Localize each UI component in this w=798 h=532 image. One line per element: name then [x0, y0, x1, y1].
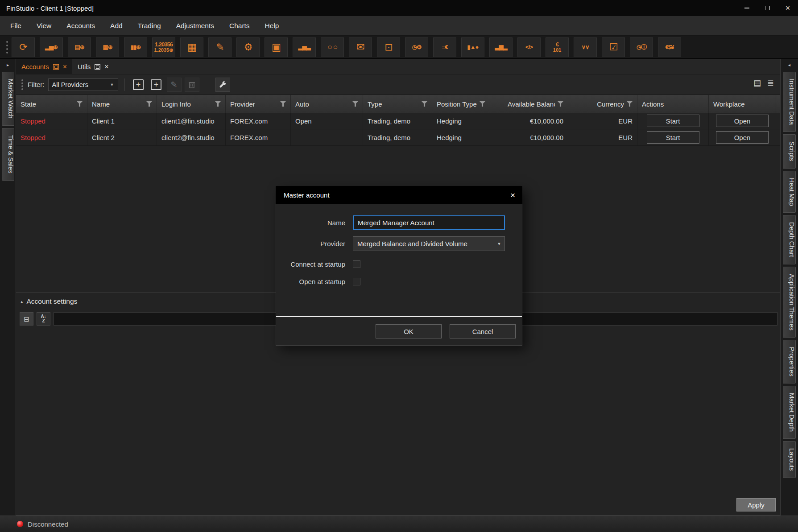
start-button[interactable]: Start — [647, 131, 699, 144]
column-header-login-info[interactable]: Login Info — [157, 95, 226, 113]
window-layout-icon[interactable]: ▣ — [265, 37, 288, 57]
maximize-button[interactable] — [757, 0, 777, 16]
column-header-actions[interactable]: Actions — [637, 95, 709, 113]
dock-tab-application-themes[interactable]: Application Themes — [783, 267, 796, 338]
account-row[interactable]: StoppedClient 1client1@fin.studioFOREX.c… — [16, 113, 780, 129]
ok-button[interactable]: OK — [376, 324, 442, 338]
dialog-title-bar[interactable]: Master account × — [276, 186, 522, 204]
toolbar-grip-handle[interactable] — [21, 79, 23, 90]
code-editor-icon[interactable]: </> — [517, 37, 541, 57]
dock-tab-heat-map[interactable]: Heat Map — [783, 171, 796, 213]
minimize-button[interactable] — [736, 0, 757, 16]
dock-tab-layouts[interactable]: Layouts — [783, 441, 796, 478]
filter-funnel-icon[interactable] — [215, 101, 221, 107]
account-row[interactable]: StoppedClient 2client2@fin.studioFOREX.c… — [16, 129, 780, 146]
social-accounts-icon[interactable]: ☺☺ — [321, 37, 344, 57]
account-tools-button[interactable] — [215, 78, 230, 92]
menu-item-view[interactable]: View — [29, 16, 59, 36]
cancel-button[interactable]: Cancel — [450, 324, 516, 338]
categorize-view-button[interactable]: ⊟ — [20, 312, 33, 326]
tab-utils[interactable]: Utils × — [72, 59, 114, 74]
right-rail-expand-icon[interactable]: ◂ — [788, 62, 790, 67]
candlestick-chart-icon[interactable]: ▂▅▃ — [293, 37, 316, 57]
add-chart-icon[interactable]: ▂▅⊕ — [40, 37, 63, 57]
connect-at-startup-checkbox[interactable] — [353, 260, 360, 268]
open-workplace-button[interactable]: Open — [716, 131, 769, 144]
float-window-icon[interactable] — [95, 64, 100, 70]
column-header-state[interactable]: State — [16, 95, 87, 113]
add-columns-icon[interactable]: ▮▮⊕ — [124, 37, 147, 57]
group-panel-icon[interactable]: ≣ — [767, 78, 774, 88]
filter-funnel-icon[interactable] — [146, 101, 152, 107]
dock-tab-market-watch[interactable]: Market Watch — [2, 72, 14, 126]
dock-tab-scripts[interactable]: Scripts — [783, 134, 796, 168]
order-note-icon[interactable]: ✎ — [208, 37, 232, 57]
filter-funnel-icon[interactable] — [480, 101, 485, 107]
timer-info-icon[interactable]: ◷ⓘ — [630, 37, 653, 57]
menu-item-help[interactable]: Help — [257, 16, 287, 36]
table-grid-icon[interactable]: ▦ — [180, 37, 203, 57]
left-rail-expand-icon[interactable]: ▸ — [7, 62, 9, 67]
sort-az-button[interactable]: A↓ Z — [37, 312, 50, 326]
edit-account-button[interactable]: ✎ — [167, 78, 182, 92]
filter-funnel-icon[interactable] — [627, 101, 633, 107]
provider-dropdown[interactable]: Merged Balance and Divided Volume ▼ — [353, 236, 505, 251]
column-header-currency[interactable]: Currency — [568, 95, 637, 113]
scheduler-clock-icon[interactable]: ◷⚙ — [405, 37, 428, 57]
add-panel-icon[interactable]: ▤⊕ — [68, 37, 91, 57]
column-header-name[interactable]: Name — [87, 95, 157, 113]
filter-funnel-icon[interactable] — [77, 101, 83, 107]
dock-tab-instrument-data[interactable]: Instrument Data — [783, 72, 796, 132]
filter-funnel-icon[interactable] — [422, 101, 427, 107]
column-header-provider[interactable]: Provider — [226, 95, 291, 113]
tab-close-icon[interactable]: × — [104, 63, 108, 70]
apply-button[interactable]: Apply — [736, 498, 776, 511]
filter-funnel-icon[interactable] — [558, 101, 563, 107]
menu-item-adjustments[interactable]: Adjustments — [169, 16, 222, 36]
dock-tab-time-sales[interactable]: Time & Sales — [2, 128, 14, 181]
open-workplace-button[interactable]: Open — [716, 115, 769, 127]
tab-accounts[interactable]: Accounts × — [16, 59, 72, 74]
add-master-account-button[interactable]: + — [149, 78, 164, 92]
menu-item-trading[interactable]: Trading — [130, 16, 169, 36]
dock-tab-properties[interactable]: Properties — [783, 340, 796, 384]
dialog-close-icon[interactable]: × — [510, 191, 515, 199]
column-header-workplace[interactable]: Workplace — [709, 95, 776, 113]
tab-close-icon[interactable]: × — [63, 63, 67, 70]
menu-item-charts[interactable]: Charts — [222, 16, 257, 36]
market-candles-icon[interactable]: ▃▆▂ — [489, 37, 513, 57]
filter-funnel-icon[interactable] — [352, 101, 358, 107]
column-header-position-type[interactable]: Position Type — [432, 95, 490, 113]
name-field[interactable] — [353, 215, 505, 230]
dock-tab-depth-chart[interactable]: Depth Chart — [783, 215, 796, 264]
start-button[interactable]: Start — [647, 115, 699, 127]
dock-tab-market-depth[interactable]: Market Depth — [783, 386, 796, 439]
float-window-icon[interactable] — [53, 64, 59, 70]
column-header-type[interactable]: Type — [363, 95, 432, 113]
user-sync-icon[interactable]: ⟳ — [12, 37, 35, 57]
toolbar-grip-handle[interactable] — [6, 41, 8, 54]
add-account-button[interactable]: + — [131, 78, 146, 92]
menu-item-add[interactable]: Add — [103, 16, 130, 36]
filter-funnel-icon[interactable] — [280, 101, 286, 107]
analytics-chart-icon[interactable]: ▮▲● — [461, 37, 484, 57]
alerts-mail-icon[interactable]: ✉ — [349, 37, 372, 57]
open-at-startup-checkbox[interactable] — [353, 278, 360, 285]
reports-ledger-icon[interactable]: ≡€ — [433, 37, 456, 57]
column-header-available-balance[interactable]: Available Balance — [490, 95, 568, 113]
close-window-button[interactable]: × — [777, 0, 798, 16]
column-header-auto[interactable]: Auto — [291, 95, 363, 113]
delete-account-button[interactable] — [185, 78, 199, 92]
task-check-icon[interactable]: ☑ — [602, 37, 625, 57]
settings-gear-icon[interactable]: ⚙ — [236, 37, 260, 57]
column-chooser-icon[interactable]: ▤ — [753, 78, 761, 88]
quote-board-icon[interactable]: 1.203561.2035⊕ — [152, 37, 175, 57]
menu-item-file[interactable]: File — [3, 16, 29, 36]
automation-chip-icon[interactable]: ⊡ — [377, 37, 400, 57]
currency-exchange-icon[interactable]: €$¥ — [658, 37, 681, 57]
quote-search-icon[interactable]: €101 — [546, 37, 569, 57]
add-workspace-icon[interactable]: ▦⊕ — [96, 37, 119, 57]
provider-filter-dropdown[interactable]: All Providers ▼ — [48, 78, 118, 91]
drawdown-chart-icon[interactable]: ∨∨ — [574, 37, 597, 57]
menu-item-accounts[interactable]: Accounts — [59, 16, 103, 36]
